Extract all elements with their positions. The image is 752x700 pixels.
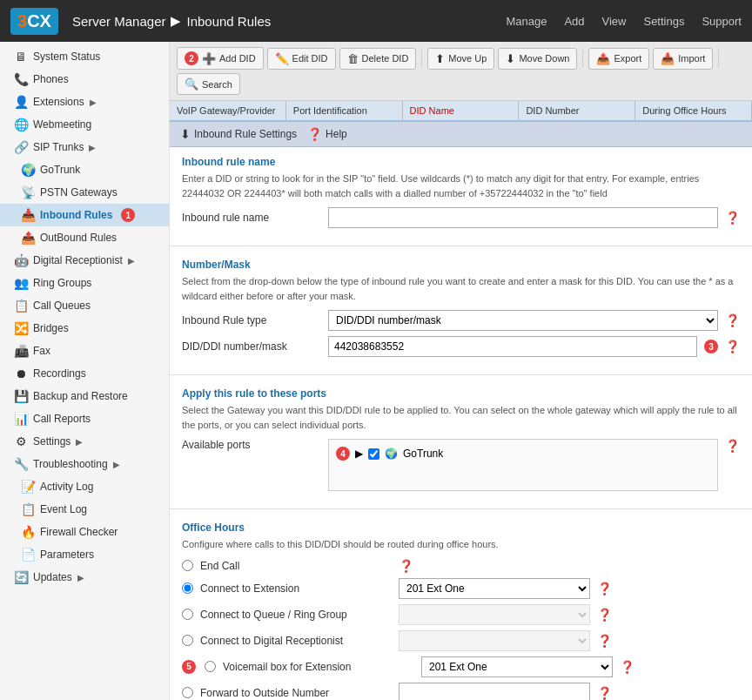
expand-arrow-icon: ▶ <box>90 98 97 107</box>
sidebar-badge: 1 <box>121 208 135 222</box>
sidebar-item-pstn-gateways[interactable]: 📡PSTN Gateways <box>0 181 169 204</box>
expand-icon: ▶ <box>355 448 363 460</box>
ports-row: Available ports 4 ▶ 🌍 GoTrunk ❓ <box>182 439 740 491</box>
sidebar-item-inbound-rules[interactable]: 📥Inbound Rules1 <box>0 204 169 226</box>
expand-arrow-icon: ▶ <box>76 437 83 447</box>
sidebar-item-firewall-checker[interactable]: 🔥Firewall Checker <box>0 521 169 543</box>
sidebar-item-gotrunk[interactable]: 🌍GoTrunk <box>0 158 169 181</box>
ports-desc: Select the Gateway you want this DID/DDI… <box>182 403 740 432</box>
sidebar-label: Event Log <box>40 503 87 515</box>
end-call-radio[interactable] <box>182 560 193 571</box>
nav-view[interactable]: View <box>602 15 627 28</box>
sidebar-icon: 👥 <box>14 276 28 290</box>
connect-dr-select[interactable] <box>399 630 590 651</box>
voicemail-select[interactable]: 201 Ext One <box>421 656 613 677</box>
rule-type-help-icon[interactable]: ❓ <box>725 313 740 327</box>
sidebar-icon: 🖥 <box>14 50 28 64</box>
connect-queue-help-icon[interactable]: ❓ <box>597 608 612 622</box>
sidebar-item-call-reports[interactable]: 📊Call Reports <box>0 407 169 430</box>
sidebar-item-webmeeting[interactable]: 🌐Webmeeting <box>0 113 169 136</box>
sidebar-icon: 📝 <box>21 480 35 494</box>
connect-queue-select[interactable] <box>399 604 590 625</box>
sidebar-label: Parameters <box>40 549 94 561</box>
import-button[interactable]: 📥 Import <box>653 48 713 70</box>
sidebar-icon: 📄 <box>21 548 35 562</box>
forward-outside-input[interactable] <box>399 683 590 701</box>
voicemail-help-icon[interactable]: ❓ <box>620 660 634 674</box>
search-button[interactable]: 🔍 Search <box>177 73 240 95</box>
inbound-rule-name-input[interactable] <box>328 207 718 228</box>
edit-did-button[interactable]: ✏️ Edit DID <box>267 48 336 70</box>
sidebar-label: GoTrunk <box>40 164 80 176</box>
voicemail-radio[interactable] <box>205 661 216 672</box>
sidebar-item-settings[interactable]: ⚙Settings▶ <box>0 430 169 453</box>
connect-ext-radio[interactable] <box>182 582 193 594</box>
connect-queue-radio[interactable] <box>182 609 193 620</box>
divider-2 <box>170 374 752 375</box>
sidebar-item-backup-and-restore[interactable]: 💾Backup and Restore <box>0 385 169 407</box>
connect-ext-select[interactable]: 201 Ext One <box>399 578 590 599</box>
nav-settings[interactable]: Settings <box>643 15 684 28</box>
forward-outside-help-icon[interactable]: ❓ <box>597 686 612 700</box>
main-content: 2 ➕ Add DID ✏️ Edit DID 🗑 Delete DID ⬆ M… <box>170 42 752 700</box>
sidebar-item-outbound-rules[interactable]: 📤OutBound Rules <box>0 226 169 249</box>
sidebar-item-ring-groups[interactable]: 👥Ring Groups <box>0 272 169 294</box>
sidebar-label: Digital Receptionist <box>33 254 123 266</box>
sidebar-label: System Status <box>33 50 100 63</box>
sidebar-item-activity-log[interactable]: 📝Activity Log <box>0 475 169 498</box>
help-btn[interactable]: ❓ Help <box>307 127 347 141</box>
mask-input[interactable] <box>328 336 697 357</box>
connect-ext-help-icon[interactable]: ❓ <box>597 582 612 596</box>
sidebar-item-bridges[interactable]: 🔀Bridges <box>0 317 169 340</box>
sidebar-icon: 🤖 <box>14 253 28 267</box>
inbound-rule-title: Inbound rule name <box>182 156 740 168</box>
separator-3 <box>718 50 719 67</box>
header: 3CX Server Manager ▶ Inbound Rules Manag… <box>0 0 752 42</box>
sidebar-icon: 🔗 <box>14 140 28 154</box>
inbound-rule-settings-btn[interactable]: ⬇ Inbound Rule Settings <box>180 127 297 141</box>
office-hours-title: Office Hours <box>182 522 740 534</box>
sidebar-item-troubleshooting[interactable]: 🔧Troubleshooting▶ <box>0 453 169 475</box>
sidebar-icon: 🌍 <box>21 163 35 177</box>
ports-help-icon[interactable]: ❓ <box>725 439 740 453</box>
add-did-button[interactable]: 2 ➕ Add DID <box>177 47 264 70</box>
sidebar-item-sip-trunks[interactable]: 🔗SIP Trunks▶ <box>0 136 169 158</box>
number-mask-section: Number/Mask Select from the drop-down be… <box>170 250 752 371</box>
sidebar-item-system-status[interactable]: 🖥System Status <box>0 45 169 68</box>
step-3-badge: 3 <box>704 340 718 353</box>
export-button[interactable]: 📤 Export <box>588 48 649 70</box>
mask-help-icon[interactable]: ❓ <box>725 340 740 353</box>
gotrunk-checkbox[interactable] <box>368 448 379 460</box>
move-up-button[interactable]: ⬆ Move Up <box>427 48 494 70</box>
sidebar-item-phones[interactable]: 📞Phones <box>0 68 169 91</box>
expand-arrow-icon: ▶ <box>89 143 96 152</box>
inbound-rule-name-label: Inbound rule name <box>182 212 321 224</box>
sidebar-label: Webmeeting <box>33 118 91 131</box>
sidebar-item-digital-receptionist[interactable]: 🤖Digital Receptionist▶ <box>0 249 169 272</box>
server-manager-label: Server Manager <box>72 14 166 29</box>
sidebar-item-event-log[interactable]: 📋Event Log <box>0 498 169 521</box>
inbound-rule-name-row: Inbound rule name ❓ <box>182 207 740 228</box>
delete-did-button[interactable]: 🗑 Delete DID <box>339 48 417 70</box>
forward-outside-row: Forward to Outside Number ❓ <box>182 683 740 701</box>
sidebar-item-updates[interactable]: 🔄Updates▶ <box>0 566 169 589</box>
header-nav: Manage Add View Settings Support <box>506 15 742 28</box>
sidebar-item-recordings[interactable]: ⏺Recordings <box>0 362 169 385</box>
sidebar-item-call-queues[interactable]: 📋Call Queues <box>0 294 169 317</box>
step-2-badge: 2 <box>185 51 198 65</box>
rule-type-select[interactable]: DID/DDI number/mask Any DID/DDI Custom <box>328 310 718 331</box>
col-office-hours: During Office Hours <box>635 101 752 120</box>
sidebar-item-fax[interactable]: 📠Fax <box>0 340 169 362</box>
nav-add[interactable]: Add <box>564 15 584 28</box>
sidebar-item-parameters[interactable]: 📄Parameters <box>0 543 169 566</box>
forward-outside-radio[interactable] <box>182 687 193 698</box>
end-call-help-icon[interactable]: ❓ <box>399 559 413 573</box>
connect-dr-radio[interactable] <box>182 635 193 646</box>
sidebar-item-extensions[interactable]: 👤Extensions▶ <box>0 91 169 113</box>
inbound-rule-name-help-icon[interactable]: ❓ <box>725 211 740 225</box>
connect-dr-help-icon[interactable]: ❓ <box>597 634 612 648</box>
nav-manage[interactable]: Manage <box>506 15 547 28</box>
forward-outside-label: Forward to Outside Number <box>200 687 392 699</box>
move-down-button[interactable]: ⬇ Move Down <box>498 48 577 70</box>
nav-support[interactable]: Support <box>702 15 742 28</box>
